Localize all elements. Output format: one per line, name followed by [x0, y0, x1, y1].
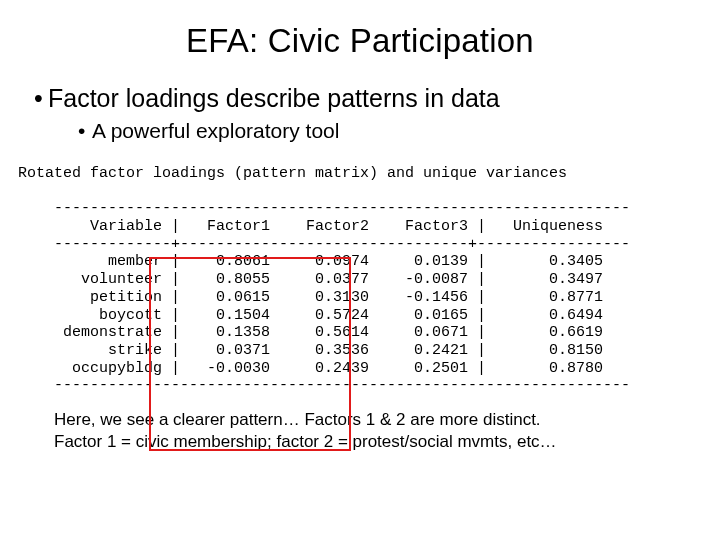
slide-title: EFA: Civic Participation	[0, 0, 720, 70]
bullet-list: •Factor loadings describe patterns in da…	[0, 70, 720, 143]
caption-line2: Factor 1 = civic membership; factor 2 = …	[54, 432, 557, 451]
bullet-level1: •Factor loadings describe patterns in da…	[34, 84, 720, 113]
bullet-dot: •	[78, 119, 92, 143]
bullet-level2: •A powerful exploratory tool	[34, 119, 720, 143]
bullet2-text: A powerful exploratory tool	[92, 119, 339, 142]
caption-block: Here, we see a clearer pattern… Factors …	[0, 395, 720, 454]
stata-output: Rotated factor loadings (pattern matrix)…	[18, 165, 720, 395]
caption-line1: Here, we see a clearer pattern… Factors …	[54, 410, 541, 429]
bullet1-text: Factor loadings describe patterns in dat…	[48, 84, 500, 112]
bullet-dot: •	[34, 84, 48, 113]
